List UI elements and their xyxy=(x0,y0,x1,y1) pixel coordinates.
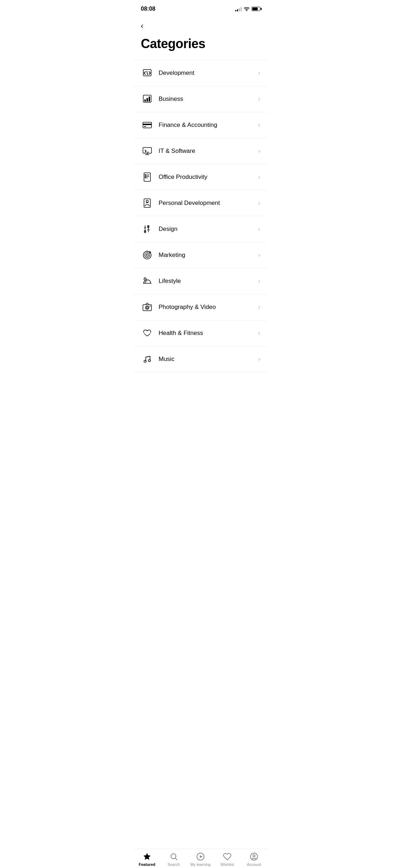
office-icon xyxy=(141,171,154,184)
chevron-icon-it-software: › xyxy=(258,148,260,154)
svg-point-0 xyxy=(246,10,247,11)
category-item-business[interactable]: Business › xyxy=(134,86,267,112)
photography-icon xyxy=(141,301,154,314)
svg-line-43 xyxy=(146,356,150,357)
chevron-icon-personal-dev: › xyxy=(258,200,260,206)
svg-point-38 xyxy=(145,306,149,310)
svg-rect-5 xyxy=(146,98,148,102)
chevron-icon-lifestyle: › xyxy=(258,278,260,284)
chevron-icon-finance: › xyxy=(258,122,260,128)
category-label-finance: Finance & Accounting xyxy=(159,122,258,129)
category-item-finance[interactable]: Finance & Accounting › xyxy=(134,112,267,138)
category-label-office: Office Productivity xyxy=(159,174,258,181)
page-title: Categories xyxy=(134,33,267,60)
chevron-icon-health: › xyxy=(258,330,260,336)
lifestyle-icon xyxy=(141,275,154,288)
music-icon xyxy=(141,353,154,366)
chevron-icon-photography: › xyxy=(258,304,260,310)
it-software-icon xyxy=(141,145,154,157)
category-label-personal-dev: Personal Development xyxy=(159,200,258,207)
category-item-design[interactable]: Design › xyxy=(134,216,267,242)
svg-point-22 xyxy=(146,200,148,202)
category-item-it-software[interactable]: IT & Software › xyxy=(134,138,267,164)
svg-rect-20 xyxy=(145,177,146,178)
svg-point-31 xyxy=(145,253,150,258)
back-chevron-icon: ‹ xyxy=(141,21,143,30)
svg-rect-6 xyxy=(149,97,150,102)
svg-rect-18 xyxy=(145,174,146,175)
marketing-icon xyxy=(141,249,154,262)
svg-rect-8 xyxy=(143,124,151,125)
category-label-development: Development xyxy=(159,69,258,77)
category-item-photography[interactable]: Photography & Video › xyxy=(134,294,267,320)
category-item-office[interactable]: Office Productivity › xyxy=(134,164,267,190)
category-label-marketing: Marketing xyxy=(159,252,258,259)
svg-line-2 xyxy=(147,71,148,75)
status-time: 08:08 xyxy=(141,6,155,12)
category-item-marketing[interactable]: Marketing › xyxy=(134,242,267,268)
chevron-icon-music: › xyxy=(258,356,260,362)
status-bar: 08:08 xyxy=(134,0,267,16)
status-icons xyxy=(235,6,260,11)
business-icon xyxy=(141,93,154,105)
category-label-business: Business xyxy=(159,95,258,103)
category-label-lifestyle: Lifestyle xyxy=(159,278,258,285)
category-item-lifestyle[interactable]: Lifestyle › xyxy=(134,268,267,294)
personal-dev-icon xyxy=(141,197,154,210)
chevron-icon-office: › xyxy=(258,174,260,180)
category-label-health: Health & Fitness xyxy=(159,330,258,337)
category-label-music: Music xyxy=(159,356,258,363)
category-item-personal-dev[interactable]: Personal Development › xyxy=(134,190,267,216)
chevron-icon-marketing: › xyxy=(258,252,260,258)
wifi-icon xyxy=(244,7,250,11)
svg-point-32 xyxy=(146,254,148,256)
design-icon xyxy=(141,223,154,236)
category-item-health[interactable]: Health & Fitness › xyxy=(134,320,267,346)
finance-icon xyxy=(141,119,154,131)
category-item-development[interactable]: Development › xyxy=(134,60,267,86)
chevron-icon-business: › xyxy=(258,96,260,102)
svg-rect-4 xyxy=(144,99,146,102)
category-label-photography: Photography & Video xyxy=(159,304,258,311)
development-icon xyxy=(141,67,154,79)
health-icon xyxy=(141,327,154,340)
category-item-music[interactable]: Music › xyxy=(134,346,267,372)
category-list: Development › Business › xyxy=(134,60,267,372)
svg-point-40 xyxy=(150,306,151,307)
category-label-design: Design xyxy=(159,226,258,233)
category-label-it-software: IT & Software xyxy=(159,148,258,155)
svg-rect-19 xyxy=(145,176,146,177)
chevron-icon-design: › xyxy=(258,226,260,232)
svg-point-34 xyxy=(149,252,151,253)
svg-point-39 xyxy=(146,307,148,309)
back-button[interactable]: ‹ xyxy=(134,16,267,33)
signal-icon xyxy=(235,6,242,11)
battery-icon xyxy=(252,7,260,11)
svg-rect-9 xyxy=(144,126,146,127)
svg-rect-37 xyxy=(143,305,151,311)
chevron-icon-development: › xyxy=(258,70,260,76)
